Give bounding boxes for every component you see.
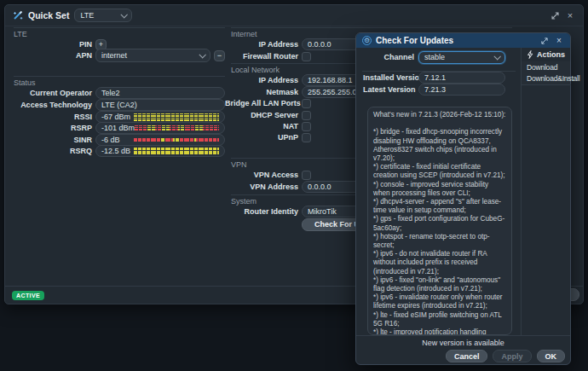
vpn-access-checkbox[interactable] <box>302 171 311 180</box>
netmask-label: Netmask <box>225 88 298 96</box>
quickset-mode-select[interactable]: LTE <box>74 9 132 22</box>
actions-header: Actions <box>527 50 565 59</box>
latest-version-row: Latest Version 7.21.3 <box>363 84 516 96</box>
installed-version-row: Installed Version 7.12.1 <box>363 72 516 84</box>
action-download-install[interactable]: Download&Install <box>527 74 579 83</box>
lte-section-header: LTE <box>14 30 27 38</box>
dialog-title: Check For Updates <box>376 36 453 45</box>
rsrp-field: -101 dBm <box>95 122 225 134</box>
channel-value: stable <box>424 53 445 61</box>
section-divider <box>14 76 225 77</box>
rsrp-label: RSRP <box>14 124 92 132</box>
rsrp-value: -101 dBm <box>101 124 135 132</box>
installed-version-field: 7.12.1 <box>418 72 505 84</box>
apn-row: APN internet − <box>14 49 225 61</box>
local-network-section-header: Local Network <box>231 66 280 74</box>
ok-button[interactable]: OK <box>537 350 566 362</box>
dialog-button-row: Cancel Apply OK <box>446 350 565 362</box>
apn-value: internet <box>101 51 127 60</box>
lan-ip-label: IP Address <box>225 76 298 84</box>
rsrq-row: RSRQ -12.5 dB <box>14 145 225 157</box>
nat-checkbox[interactable] <box>302 122 311 131</box>
cancel-button[interactable]: Cancel <box>446 350 488 362</box>
chevron-down-icon <box>493 53 500 60</box>
detach-window-icon[interactable] <box>550 10 560 20</box>
sinr-signal-graph <box>134 135 219 145</box>
quickset-mode-value: LTE <box>80 11 94 20</box>
upnp-checkbox[interactable] <box>302 133 311 142</box>
detach-dialog-icon[interactable] <box>539 36 550 46</box>
dhcp-server-checkbox[interactable] <box>302 111 311 120</box>
status-section-header: Status <box>14 78 36 87</box>
rssi-row: RSSI -67 dBm <box>14 111 225 123</box>
access-technology-label: Access Technology <box>14 101 92 109</box>
channel-row: Channel stable <box>363 51 516 63</box>
vpn-section-header: VPN <box>231 160 247 169</box>
pin-label: PIN <box>14 40 92 49</box>
chevron-down-icon <box>199 51 205 58</box>
vpn-access-label: VPN Access <box>225 171 298 179</box>
dialog-status-divider <box>356 335 570 336</box>
sinr-value: -6 dB <box>101 136 134 144</box>
rsrq-label: RSRQ <box>14 147 92 155</box>
channel-select[interactable]: stable <box>418 51 505 64</box>
close-window-icon[interactable]: × <box>565 10 575 20</box>
actions-lightning-icon <box>527 50 533 59</box>
quick-set-wand-icon <box>13 10 23 20</box>
internet-section-header: Internet <box>231 30 257 38</box>
vpn-address-label: VPN Address <box>225 183 298 191</box>
check-for-updates-dialog: ⚙ Check For Updates × Channel stable Ins… <box>355 32 571 365</box>
section-divider <box>14 27 225 28</box>
action-download[interactable]: Download <box>527 63 557 72</box>
dialog-titlebar: ⚙ Check For Updates × <box>356 33 570 48</box>
apn-label: APN <box>14 51 92 60</box>
firewall-router-checkbox[interactable] <box>302 52 311 61</box>
window-title: Quick Set <box>28 10 69 20</box>
actions-panel-divider <box>521 48 522 335</box>
sinr-row: SINR -6 dB <box>14 134 225 146</box>
apply-button[interactable]: Apply <box>493 350 531 362</box>
system-section-header: System <box>231 197 257 206</box>
active-status-badge: ACTIVE <box>12 291 44 300</box>
current-operator-field: Tele2 <box>95 87 225 99</box>
upnp-label: UPnP <box>225 133 298 142</box>
rssi-field: -67 dBm <box>95 111 225 123</box>
close-dialog-icon[interactable]: × <box>554 36 564 46</box>
section-divider <box>231 27 512 28</box>
update-status-text: New version is available <box>356 339 570 347</box>
firewall-router-label: Firewall Router <box>225 52 298 61</box>
chevron-down-icon <box>121 11 128 18</box>
bridge-all-lan-checkbox[interactable] <box>302 99 311 108</box>
bridge-all-lan-label: Bridge All LAN Ports <box>225 99 298 107</box>
router-identity-label: Router Identity <box>225 207 298 216</box>
rssi-label: RSSI <box>14 113 92 121</box>
dhcp-server-label: DHCP Server <box>225 111 298 119</box>
apn-remove-button[interactable]: − <box>214 50 225 61</box>
rsrq-value: -12.5 dB <box>101 147 134 155</box>
current-operator-label: Current Operator <box>14 89 92 97</box>
latest-version-field: 7.21.3 <box>418 84 505 96</box>
rssi-value: -67 dBm <box>101 113 134 121</box>
nat-label: NAT <box>225 122 298 130</box>
actions-header-label: Actions <box>537 50 565 59</box>
latest-version-label: Latest Version <box>363 85 414 94</box>
rsrp-signal-graph <box>135 123 219 133</box>
wan-ip-label: IP Address <box>225 40 298 49</box>
current-operator-row: Current Operator Tele2 <box>14 87 225 99</box>
rssi-signal-graph <box>134 112 219 122</box>
installed-version-label: Installed Version <box>363 73 414 82</box>
rsrq-signal-graph <box>134 146 219 156</box>
quick-set-titlebar: Quick Set LTE × <box>5 5 583 26</box>
apn-select[interactable]: internet <box>95 49 210 62</box>
rsrp-row: RSRP -101 dBm <box>14 122 225 134</box>
sinr-label: SINR <box>14 136 92 144</box>
channel-label: Channel <box>363 53 414 61</box>
rsrq-field: -12.5 dB <box>95 145 225 157</box>
changelog-textarea[interactable]: What's new in 7.21.3 (2026-Feb-12 15:10)… <box>367 107 512 335</box>
updates-gear-icon: ⚙ <box>362 36 372 45</box>
access-technology-row: Access Technology LTE (CA2) <box>14 99 225 111</box>
access-technology-field: LTE (CA2) <box>95 99 225 111</box>
sinr-field: -6 dB <box>95 134 225 146</box>
